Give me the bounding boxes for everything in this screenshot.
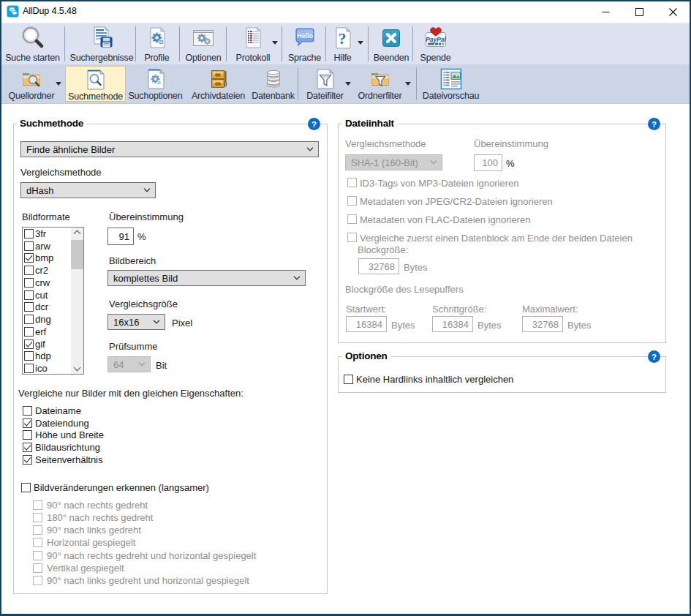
toolbar-button[interactable]: Protokoll [231,26,275,63]
property-checkbox[interactable] [23,443,32,452]
toolbar-button-label: Profile [144,53,169,63]
ordnerfilter-dropdown-arrow[interactable] [405,82,411,86]
fc-option-row: Metadaten von JPEG/CR2-Dateien ignoriere… [347,196,633,214]
fc-option-checkbox [347,178,357,187]
transform-row: 90° nach rechts gedreht [33,499,256,511]
toolbar-button[interactable]: Profile [139,26,175,63]
toolbar-button[interactable]: ? Hilfe [328,26,358,63]
schrittgroesse-label: Schrittgröße: [432,304,486,315]
transform-row: 90° nach links gedreht [33,524,256,536]
minimize-button[interactable] [589,1,622,23]
blocksize-input: 32768 [358,258,399,274]
toolbar-button[interactable]: Ordnerfilter [358,66,402,102]
fc-vergleichsmethode-label: Vergleichsmethode [345,138,426,149]
property-row[interactable]: Höhe und Breite [23,429,104,442]
toolbar-separator [64,26,65,61]
toolbar-button[interactable]: Datenbank [250,66,296,102]
fc-uebereinstimmung-label: Übereinstimmung [474,138,548,149]
toolbar-button-label: Protokoll [236,53,271,63]
format-checkbox[interactable] [24,290,34,300]
format-checkbox[interactable] [24,241,34,251]
hardlinks-checkbox[interactable] [344,375,353,384]
optionen-help-icon[interactable]: ? [648,350,660,363]
compare-method-select[interactable]: dHash [20,182,156,198]
image-formats-listbox[interactable]: 3fr arw bmp cr2 crw cut [22,227,84,375]
properties-list: Dateiname Dateiendung Höhe und Breite Bi… [23,405,104,466]
compare-size-select[interactable]: 16x16 [107,314,165,330]
toolbar-button[interactable]: Optionen [181,26,225,63]
toolbar-button[interactable]: Dateifilter [304,66,346,102]
format-checkbox[interactable] [24,327,34,337]
title-bar[interactable]: AllDup 4.5.48 [1,1,690,23]
toolbar-button[interactable]: PayPal Spende [417,26,454,63]
archive-icon [208,66,230,89]
format-checkbox[interactable] [24,229,34,238]
transform-row: Vertikal gespiegelt [33,562,256,574]
property-checkbox[interactable] [23,430,32,440]
transform-checkbox [33,525,42,535]
fc-match-percent-input: 100 [474,154,502,171]
log-doc-icon [241,26,265,50]
bildformate-label: Bildformate [22,211,70,222]
transform-row: 180° nach rechts gedreht [33,511,256,524]
toolbar-button[interactable]: Archivdateien [190,66,246,102]
scroll-up-icon[interactable] [74,230,81,238]
transforms-toggle-row[interactable]: Bildveränderungen erkennen (langsamer) [21,482,209,493]
toolbar-button-label: Datenbank [252,91,295,101]
format-checkbox[interactable] [24,266,34,275]
toolbar-button[interactable]: Suchoptionen [127,66,184,102]
formats-scrollbar[interactable] [71,228,83,374]
transforms-checkbox[interactable] [21,483,31,492]
property-row[interactable]: Bildausrichtung [23,441,104,454]
toolbar-button[interactable]: Dateivorschau [423,66,479,102]
dateifilter-dropdown-arrow[interactable] [345,82,351,86]
property-checkbox[interactable] [23,418,32,428]
format-checkbox[interactable] [24,339,34,349]
toolbar-separator [325,26,326,61]
window-title: AllDup 4.5.48 [23,6,77,16]
app-icon [7,5,19,18]
scroll-down-icon[interactable] [74,364,81,372]
alldup-window: AllDup 4.5.48 Suche starten [0,0,691,616]
format-checkbox[interactable] [24,253,34,263]
results-icon [89,26,114,50]
toolbar-button[interactable]: Suchergebnisse [68,26,135,63]
protokoll-dropdown-arrow[interactable] [272,41,278,45]
format-checkbox[interactable] [24,351,34,361]
format-checkbox[interactable] [24,315,34,324]
toolbar-button[interactable]: Suchmethode [65,66,126,102]
fc-percent-label: % [506,158,515,169]
doc-gear2-icon [145,66,167,89]
search-method-select[interactable]: Finde ähnliche Bilder [20,141,319,157]
format-checkbox[interactable] [24,364,34,373]
hilfe-dropdown-arrow[interactable] [358,41,363,45]
vergleichsgroesse-label: Vergleichsgröße [109,298,178,309]
toolbar-button[interactable]: Beenden [371,26,412,63]
property-row[interactable]: Dateiendung [23,417,104,429]
fc-option-row: ID3-Tags von MP3-Dateien ignorieren [347,178,633,196]
hardlinks-row[interactable]: Keine Hardlinks inhaltlich vergleichen [344,374,513,385]
toolbar-button[interactable]: Hello Sprache [284,26,325,63]
dateiinhalt-help-icon[interactable]: ? [648,118,660,130]
property-row[interactable]: Dateiname [23,405,104,417]
match-percent-input[interactable]: 91 [107,228,134,245]
image-area-select[interactable]: komplettes Bild [107,270,306,286]
format-checkbox[interactable] [24,302,34,312]
toolbar-button[interactable]: Quellordner [6,66,57,102]
close-button[interactable] [656,1,690,23]
toolbar-button-label: Suchoptionen [128,91,182,101]
vergleichsmethode-label: Vergleichsmethode [20,167,102,178]
suchmethode-help-icon[interactable]: ? [308,118,320,130]
maximize-button[interactable] [622,1,656,23]
property-checkbox[interactable] [23,455,32,465]
doc-gear-icon [145,26,170,50]
startwert-bytes-label: Bytes [391,320,415,331]
scrollbar-thumb[interactable] [71,240,83,269]
format-checkbox[interactable] [24,278,34,288]
property-checkbox[interactable] [23,406,32,416]
property-row[interactable]: Seitenverhältnis [23,454,104,466]
fc-option-row: Metadaten von FLAC-Dateien ignorieren [347,214,633,233]
quellordner-dropdown-arrow[interactable] [56,82,61,86]
toolbar-button[interactable]: Suche starten [3,26,62,63]
file-content-options: ID3-Tags von MP3-Dateien ignorieren Meta… [347,178,633,251]
